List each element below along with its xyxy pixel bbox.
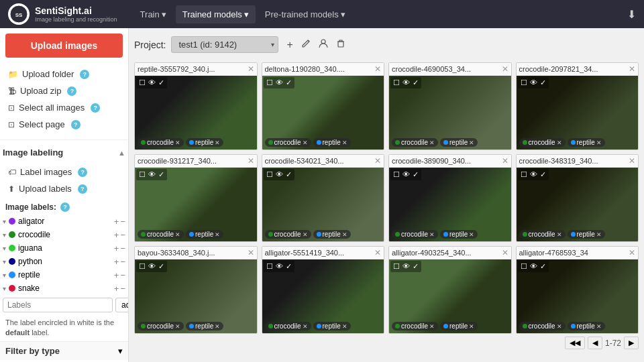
checkmark-icon[interactable]: ✓ bbox=[286, 78, 292, 87]
image-card-img11[interactable]: alligator-4903254_340... ✕ ☐ 👁 ✓ crocodi… bbox=[388, 246, 512, 334]
eye-icon[interactable]: 👁 bbox=[402, 78, 410, 87]
image-card-close[interactable]: ✕ bbox=[248, 64, 254, 74]
select-image-icon[interactable]: ☐ bbox=[393, 78, 400, 87]
tag-close-icon[interactable]: ✕ bbox=[215, 231, 220, 238]
download-icon[interactable]: ⬇ bbox=[627, 9, 636, 20]
eye-icon[interactable]: 👁 bbox=[148, 262, 156, 271]
first-page-button[interactable]: ◀◀ bbox=[565, 337, 585, 349]
label-remove-aligator[interactable]: − bbox=[120, 217, 125, 226]
image-card-img7[interactable]: crocodile-389090_340... ✕ ☐ 👁 ✓ crocodil… bbox=[388, 154, 512, 242]
image-card-body[interactable]: ☐ 👁 ✓ crocodile ✕ reptile ✕ bbox=[389, 76, 511, 149]
image-card-body[interactable]: ☐ 👁 ✓ crocodile ✕ reptile ✕ bbox=[389, 168, 511, 241]
select-all-help[interactable]: ? bbox=[91, 103, 100, 113]
image-card-body[interactable]: ☐ 👁 ✓ crocodile ✕ reptile ✕ bbox=[517, 76, 639, 149]
prev-page-button[interactable]: ◀ bbox=[588, 337, 602, 349]
label-add-aligator[interactable]: + bbox=[114, 217, 119, 226]
eye-icon[interactable]: 👁 bbox=[276, 262, 283, 271]
image-card-body[interactable]: ☐ 👁 ✓ crocodile ✕ reptile ✕ bbox=[262, 76, 384, 149]
nav-download[interactable]: ⬇ bbox=[627, 8, 636, 21]
tag-close-icon[interactable]: ✕ bbox=[429, 139, 435, 146]
image-card-close[interactable]: ✕ bbox=[629, 248, 635, 257]
label-add-python[interactable]: + bbox=[114, 257, 119, 266]
select-image-icon[interactable]: ☐ bbox=[266, 78, 273, 87]
eye-icon[interactable]: 👁 bbox=[530, 170, 537, 179]
checkmark-icon[interactable]: ✓ bbox=[413, 262, 419, 271]
checkmark-icon[interactable]: ✓ bbox=[286, 170, 292, 179]
image-card-img8[interactable]: crocodile-348319_340... ✕ ☐ 👁 ✓ crocodil… bbox=[516, 154, 639, 242]
checkmark-icon[interactable]: ✓ bbox=[158, 170, 164, 179]
sidebar-item-upload-folder[interactable]: 📁 Upload folder ? bbox=[5, 66, 123, 82]
tag-close-icon[interactable]: ✕ bbox=[469, 231, 474, 238]
checkmark-icon[interactable]: ✓ bbox=[413, 78, 419, 87]
tag-close-icon[interactable]: ✕ bbox=[429, 323, 435, 330]
checkmark-icon[interactable]: ✓ bbox=[540, 78, 546, 87]
image-card-close[interactable]: ✕ bbox=[374, 64, 381, 74]
image-labels-help[interactable]: ? bbox=[60, 202, 70, 212]
eye-icon[interactable]: 👁 bbox=[402, 170, 410, 179]
select-image-icon[interactable]: ☐ bbox=[521, 170, 527, 179]
select-image-icon[interactable]: ☐ bbox=[521, 78, 527, 87]
select-image-icon[interactable]: ☐ bbox=[393, 262, 400, 271]
checkmark-icon[interactable]: ✓ bbox=[286, 262, 292, 271]
image-card-img3[interactable]: crocodile-4690053_34... ✕ ☐ 👁 ✓ crocodil… bbox=[388, 62, 512, 150]
checkmark-icon[interactable]: ✓ bbox=[540, 262, 546, 271]
eye-icon[interactable]: 👁 bbox=[148, 170, 156, 179]
label-add-crocodile[interactable]: + bbox=[114, 231, 119, 239]
sidebar-item-upload-zip[interactable]: 🗜 Upload zip ? bbox=[5, 82, 123, 99]
image-card-img5[interactable]: crocodile-931217_340... ✕ ☐ 👁 ✓ crocodil… bbox=[134, 154, 258, 242]
eye-icon[interactable]: 👁 bbox=[530, 262, 537, 271]
tag-close-icon[interactable]: ✕ bbox=[215, 139, 220, 146]
image-card-close[interactable]: ✕ bbox=[248, 248, 254, 257]
tag-close-icon[interactable]: ✕ bbox=[215, 323, 220, 330]
image-card-body[interactable]: ☐ 👁 ✓ crocodile ✕ reptile ✕ bbox=[135, 168, 257, 241]
tag-close-icon[interactable]: ✕ bbox=[303, 139, 308, 146]
image-card-img1[interactable]: reptile-3555792_340.j... ✕ ☐ 👁 ✓ crocodi… bbox=[134, 62, 258, 150]
image-card-img2[interactable]: deltona-1190280_340.... ✕ ☐ 👁 ✓ crocodil… bbox=[262, 62, 385, 150]
label-arrow-aligator[interactable]: ▾ bbox=[3, 218, 6, 225]
image-card-close[interactable]: ✕ bbox=[374, 248, 381, 257]
label-add-reptile[interactable]: + bbox=[114, 271, 119, 280]
tag-close-icon[interactable]: ✕ bbox=[596, 231, 602, 238]
next-page-button[interactable]: ▶ bbox=[624, 337, 639, 349]
image-card-body[interactable]: ☐ 👁 ✓ crocodile ✕ reptile ✕ bbox=[135, 76, 257, 149]
image-card-img10[interactable]: alligator-5551419_340... ✕ ☐ 👁 ✓ crocodi… bbox=[262, 246, 385, 334]
eye-icon[interactable]: 👁 bbox=[402, 262, 410, 271]
tag-close-icon[interactable]: ✕ bbox=[557, 231, 562, 238]
image-card-body[interactable]: ☐ 👁 ✓ crocodile ✕ reptile ✕ bbox=[517, 259, 639, 333]
tag-close-icon[interactable]: ✕ bbox=[596, 139, 602, 146]
tag-close-icon[interactable]: ✕ bbox=[469, 323, 474, 330]
upload-labels-help[interactable]: ? bbox=[78, 184, 87, 194]
filter-by-type[interactable]: Filter by type ▾ bbox=[0, 341, 128, 360]
image-card-body[interactable]: ☐ 👁 ✓ crocodile ✕ reptile ✕ bbox=[135, 259, 257, 333]
select-image-icon[interactable]: ☐ bbox=[139, 78, 146, 87]
tag-close-icon[interactable]: ✕ bbox=[469, 139, 474, 146]
checkmark-icon[interactable]: ✓ bbox=[413, 170, 419, 179]
image-card-body[interactable]: ☐ 👁 ✓ crocodile ✕ reptile ✕ bbox=[262, 168, 384, 241]
tag-close-icon[interactable]: ✕ bbox=[429, 231, 435, 238]
label-arrow-snake[interactable]: ▾ bbox=[3, 285, 6, 292]
tag-close-icon[interactable]: ✕ bbox=[342, 139, 347, 146]
tag-close-icon[interactable]: ✕ bbox=[342, 323, 347, 330]
tag-close-icon[interactable]: ✕ bbox=[342, 231, 347, 238]
upload-images-button[interactable]: Upload images bbox=[5, 34, 123, 58]
select-image-icon[interactable]: ☐ bbox=[139, 262, 146, 271]
label-remove-iguana[interactable]: − bbox=[120, 244, 125, 253]
user-project-button[interactable] bbox=[316, 38, 331, 52]
nav-trained-models[interactable]: Trained models ▾ bbox=[176, 5, 256, 23]
label-arrow-iguana[interactable]: ▾ bbox=[3, 245, 6, 252]
select-image-icon[interactable]: ☐ bbox=[139, 170, 146, 179]
collapse-icon[interactable]: ▲ bbox=[118, 149, 125, 157]
image-card-body[interactable]: ☐ 👁 ✓ crocodile ✕ reptile ✕ bbox=[389, 259, 511, 333]
label-remove-reptile[interactable]: − bbox=[120, 271, 125, 280]
image-card-img4[interactable]: crocodile-2097821_34... ✕ ☐ 👁 ✓ crocodil… bbox=[516, 62, 639, 150]
tag-close-icon[interactable]: ✕ bbox=[557, 323, 562, 330]
nav-train[interactable]: Train ▾ bbox=[133, 5, 173, 23]
image-card-body[interactable]: ☐ 👁 ✓ crocodile ✕ reptile ✕ bbox=[262, 259, 384, 333]
image-card-img6[interactable]: crocodile-534021_340... ✕ ☐ 👁 ✓ crocodil… bbox=[262, 154, 385, 242]
label-remove-snake[interactable]: − bbox=[120, 284, 125, 293]
add-label-button[interactable]: add bbox=[115, 298, 129, 312]
tag-close-icon[interactable]: ✕ bbox=[557, 139, 562, 146]
eye-icon[interactable]: 👁 bbox=[276, 78, 283, 87]
image-card-close[interactable]: ✕ bbox=[502, 64, 508, 74]
sidebar-item-select-page[interactable]: ⊡ Select page ? bbox=[5, 116, 123, 133]
